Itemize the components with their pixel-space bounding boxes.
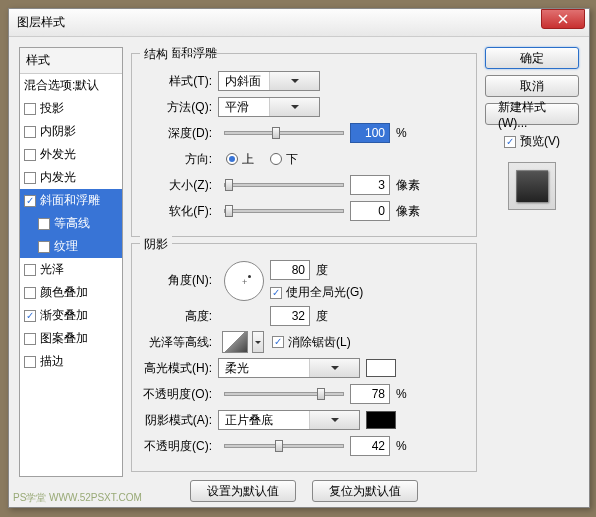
style-outer-glow[interactable]: 外发光 [20, 143, 122, 166]
style-satin[interactable]: 光泽 [20, 258, 122, 281]
reset-default-button[interactable]: 复位为默认值 [312, 480, 418, 502]
altitude-input[interactable]: 32 [270, 306, 310, 326]
checkbox[interactable] [270, 287, 282, 299]
style-pattern-overlay[interactable]: 图案叠加 [20, 327, 122, 350]
shading-legend: 阴影 [140, 236, 172, 253]
layer-style-dialog: 图层样式 样式 混合选项:默认 投影 内阴影 外发光 内发光 斜面和浮雕 等高线… [8, 8, 590, 508]
direction-down-radio[interactable]: 下 [270, 151, 298, 168]
style-drop-shadow[interactable]: 投影 [20, 97, 122, 120]
structure-legend: 结构 [140, 46, 172, 63]
technique-combo[interactable]: 平滑 [218, 97, 320, 117]
gloss-contour-picker[interactable] [222, 331, 248, 353]
soften-slider[interactable] [224, 209, 344, 213]
antialias-check[interactable] [272, 336, 284, 348]
settings-panel: 斜面和浮雕 结构 样式(T): 内斜面 方法(Q): 平滑 深度(D): 100… [131, 47, 477, 477]
global-light-check[interactable]: 使用全局光(G) [270, 284, 363, 301]
checkbox[interactable] [24, 126, 36, 138]
ok-button[interactable]: 确定 [485, 47, 579, 69]
altitude-label: 高度: [142, 308, 218, 325]
style-inner-glow[interactable]: 内发光 [20, 166, 122, 189]
shadow-color-swatch[interactable] [366, 411, 396, 429]
shading-group: 阴影 角度(N): 80 度 使用全局光(G) 高度 [131, 243, 477, 472]
preview-thumbnail [508, 162, 556, 210]
shadow-mode-combo[interactable]: 正片叠底 [218, 410, 360, 430]
checkbox[interactable] [24, 287, 36, 299]
checkbox[interactable] [24, 103, 36, 115]
direction-up-radio[interactable]: 上 [226, 151, 254, 168]
direction-label: 方向: [142, 151, 218, 168]
styles-sidebar: 样式 混合选项:默认 投影 内阴影 外发光 内发光 斜面和浮雕 等高线 纹理 光… [19, 47, 123, 477]
new-style-button[interactable]: 新建样式(W)... [485, 103, 579, 125]
depth-input[interactable]: 100 [350, 123, 390, 143]
style-combo[interactable]: 内斜面 [218, 71, 320, 91]
shadow-opacity-label: 不透明度(C): [142, 438, 218, 455]
shadow-opacity-input[interactable]: 42 [350, 436, 390, 456]
style-label: 样式(T): [142, 73, 218, 90]
blend-options-item[interactable]: 混合选项:默认 [20, 74, 122, 97]
chevron-down-icon [269, 72, 319, 90]
checkbox[interactable] [504, 136, 516, 148]
close-button[interactable] [541, 9, 585, 29]
size-slider[interactable] [224, 183, 344, 187]
size-input[interactable]: 3 [350, 175, 390, 195]
technique-label: 方法(Q): [142, 99, 218, 116]
size-label: 大小(Z): [142, 177, 218, 194]
style-bevel-emboss[interactable]: 斜面和浮雕 [20, 189, 122, 212]
depth-label: 深度(D): [142, 125, 218, 142]
action-column: 确定 取消 新建样式(W)... 预览(V) [485, 47, 579, 477]
checkbox[interactable] [38, 241, 50, 253]
checkbox[interactable] [38, 218, 50, 230]
style-contour[interactable]: 等高线 [20, 212, 122, 235]
checkbox[interactable] [24, 333, 36, 345]
soften-label: 软化(F): [142, 203, 218, 220]
checkbox[interactable] [24, 172, 36, 184]
cancel-button[interactable]: 取消 [485, 75, 579, 97]
titlebar: 图层样式 [9, 9, 589, 37]
style-inner-shadow[interactable]: 内阴影 [20, 120, 122, 143]
style-stroke[interactable]: 描边 [20, 350, 122, 373]
highlight-color-swatch[interactable] [366, 359, 396, 377]
style-gradient-overlay[interactable]: 渐变叠加 [20, 304, 122, 327]
checkbox[interactable] [24, 310, 36, 322]
shadow-opacity-slider[interactable] [224, 444, 344, 448]
angle-label: 角度(N): [142, 272, 218, 289]
close-icon [558, 14, 568, 24]
depth-slider[interactable] [224, 131, 344, 135]
style-texture[interactable]: 纹理 [20, 235, 122, 258]
style-color-overlay[interactable]: 颜色叠加 [20, 281, 122, 304]
chevron-down-icon [309, 359, 359, 377]
checkbox[interactable] [24, 149, 36, 161]
watermark: PS学堂 WWW.52PSXT.COM [11, 491, 144, 505]
angle-input[interactable]: 80 [270, 260, 310, 280]
shadow-mode-label: 阴影模式(A): [142, 412, 218, 429]
checkbox[interactable] [24, 195, 36, 207]
styles-header: 样式 [20, 48, 122, 74]
checkbox[interactable] [24, 356, 36, 368]
highlight-opacity-input[interactable]: 78 [350, 384, 390, 404]
angle-dial[interactable] [224, 261, 264, 301]
contour-dropdown[interactable] [252, 331, 264, 353]
dialog-title: 图层样式 [13, 14, 541, 31]
chevron-down-icon [269, 98, 319, 116]
chevron-down-icon [309, 411, 359, 429]
highlight-opacity-label: 不透明度(O): [142, 386, 218, 403]
gloss-contour-label: 光泽等高线: [142, 334, 218, 351]
soften-input[interactable]: 0 [350, 201, 390, 221]
preview-check[interactable]: 预览(V) [485, 133, 579, 150]
highlight-mode-label: 高光模式(H): [142, 360, 218, 377]
highlight-mode-combo[interactable]: 柔光 [218, 358, 360, 378]
highlight-opacity-slider[interactable] [224, 392, 344, 396]
checkbox[interactable] [24, 264, 36, 276]
structure-group: 结构 样式(T): 内斜面 方法(Q): 平滑 深度(D): 100 % 方向: [131, 53, 477, 237]
make-default-button[interactable]: 设置为默认值 [190, 480, 296, 502]
